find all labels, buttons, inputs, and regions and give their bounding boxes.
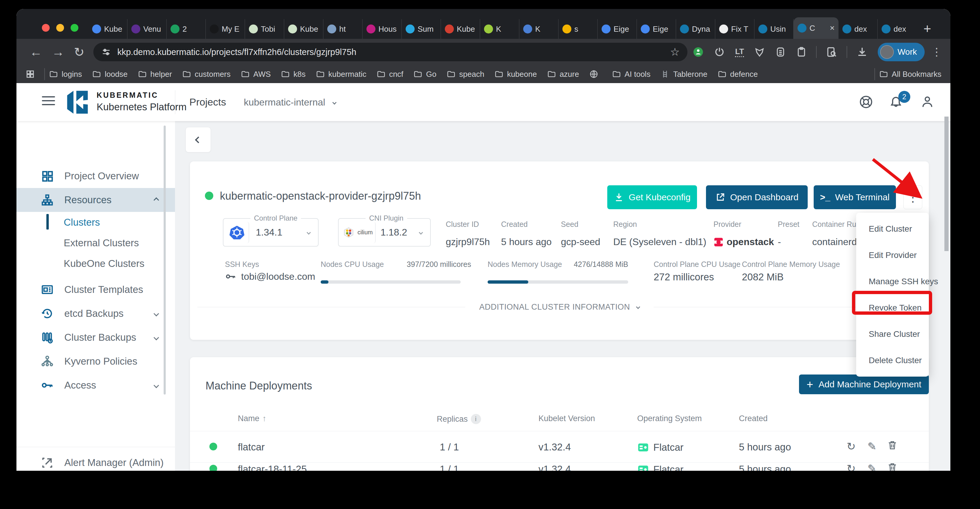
maximize-window-button[interactable] — [71, 24, 78, 32]
all-bookmarks-button[interactable]: All Bookmarks — [879, 70, 942, 79]
close-window-button[interactable] — [42, 24, 50, 32]
back-icon[interactable]: ← — [30, 45, 42, 59]
browser-tab[interactable]: Sum — [402, 19, 441, 39]
browser-tab[interactable]: Kube — [441, 19, 480, 39]
browser-tab[interactable]: Eige — [637, 19, 676, 39]
bookmark-folder[interactable]: customers — [182, 70, 231, 79]
help-icon[interactable] — [859, 94, 873, 109]
bookmark-globe[interactable] — [589, 70, 602, 79]
browser-tab[interactable]: Fix T — [715, 19, 754, 39]
column-header-os[interactable]: Operating System — [637, 414, 702, 423]
column-header-replicas[interactable]: Replicas i — [437, 414, 481, 424]
browser-tab[interactable]: dex — [878, 19, 917, 39]
address-bar[interactable]: kkp.demo.kubermatic.io/projects/fl7xffn2… — [93, 43, 687, 61]
column-header-kubelet[interactable]: Kubelet Version — [538, 414, 595, 423]
bookmark-folder[interactable]: speach — [447, 70, 484, 79]
sidebar-item-kyverno-policies[interactable]: Kyverno Policies — [16, 350, 175, 373]
column-header-name[interactable]: Name ↑ — [238, 414, 267, 423]
browser-tab[interactable]: Kube — [88, 19, 127, 39]
edit-icon[interactable]: ✎ — [867, 462, 877, 471]
sidebar-item-alert-manager[interactable]: Alert Manager (Admin) — [16, 451, 175, 471]
sidebar-item-access[interactable]: Access — [16, 374, 175, 397]
restart-icon[interactable]: ↻ — [846, 462, 856, 471]
bookmark-folder[interactable]: loodse — [92, 70, 128, 79]
browser-tab[interactable]: Hous — [363, 19, 402, 39]
browser-tab-active[interactable]: C× — [794, 17, 838, 39]
profile-button[interactable]: Work — [878, 43, 925, 61]
sidebar-item-etcd-backups[interactable]: etcd Backups — [16, 302, 175, 325]
browser-tab[interactable]: ht — [323, 19, 363, 39]
page-scrollbar[interactable] — [944, 117, 948, 251]
bookmark-folder[interactable]: kubeone — [495, 70, 537, 79]
control-plane-select[interactable]: Control Plane 1.34.1 — [223, 218, 318, 247]
sidebar-scrollbar[interactable] — [164, 125, 166, 395]
back-button[interactable] — [186, 127, 211, 152]
menu-item-edit-provider[interactable]: Edit Provider — [856, 242, 929, 268]
sidebar-item-cluster-backups[interactable]: Cluster Backups — [16, 326, 175, 349]
browser-tab[interactable]: My E — [206, 19, 245, 39]
bookmark-star-icon[interactable]: ☆ — [670, 46, 680, 58]
user-icon[interactable] — [920, 94, 935, 109]
reload-icon[interactable]: ↻ — [74, 45, 84, 59]
sidebar-item-project-overview[interactable]: Project Overview — [16, 164, 175, 188]
bookmark-folder[interactable]: k8s — [281, 70, 305, 79]
sidebar-item-cluster-templates[interactable]: Cluster Templates — [16, 278, 175, 301]
sidebar-item-kubeone-clusters[interactable]: KubeOne Clusters — [64, 258, 145, 269]
browser-tab[interactable]: K — [519, 19, 558, 39]
language-tool-extension-icon[interactable]: LT — [735, 47, 744, 57]
bookmark-folder[interactable]: azure — [547, 70, 579, 79]
apps-grid-icon[interactable] — [25, 69, 35, 79]
browser-tab[interactable]: Tobi — [245, 19, 284, 39]
browser-tab[interactable]: Usin — [754, 19, 794, 39]
browser-tab[interactable]: Dyna — [676, 19, 715, 39]
edit-icon[interactable]: ✎ — [867, 440, 877, 453]
sidebar-item-external-clusters[interactable]: External Clusters — [64, 237, 139, 249]
cni-plugin-select[interactable]: CNI Plugin cilium 1.18.2 — [338, 218, 431, 247]
delete-icon[interactable] — [887, 440, 898, 450]
browser-tab[interactable]: K — [480, 19, 519, 39]
forward-icon[interactable]: → — [52, 45, 64, 59]
open-dashboard-button[interactable]: Open Dashboard — [706, 185, 808, 209]
bookmark-folder[interactable]: AI tools — [612, 70, 651, 79]
browser-tab[interactable]: Kube — [284, 19, 323, 39]
menu-item-share-cluster[interactable]: Share Cluster — [856, 321, 929, 347]
tab-close-icon[interactable]: × — [830, 23, 835, 33]
add-machine-deployment-button[interactable]: + Add Machine Deployment — [799, 374, 929, 394]
browser-tab[interactable]: s — [558, 19, 598, 39]
browser-tab[interactable]: 2 — [167, 19, 206, 39]
minimize-window-button[interactable] — [56, 24, 64, 32]
bookmark-folder[interactable]: Go — [414, 70, 436, 79]
bookmark-site[interactable]: Tablerone — [660, 70, 707, 79]
additional-cluster-info-toggle[interactable]: ADDITIONAL CLUSTER INFORMATION — [470, 303, 649, 312]
ssh-key-entry[interactable]: tobi@loodse.com — [225, 271, 315, 282]
extension-icon-green[interactable] — [692, 46, 704, 58]
hamburger-menu-icon[interactable] — [42, 96, 55, 108]
find-in-page-icon[interactable] — [826, 46, 837, 58]
browser-tab[interactable]: Venu — [127, 19, 167, 39]
menu-item-delete-cluster[interactable]: Delete Cluster — [856, 347, 929, 374]
browser-tab[interactable]: dex — [838, 19, 878, 39]
delete-icon[interactable] — [887, 462, 898, 471]
downloads-icon[interactable] — [856, 46, 868, 58]
bookmark-folder[interactable]: defence — [718, 70, 758, 79]
url-text[interactable]: kkp.demo.kubermatic.io/projects/fl7xffn2… — [117, 47, 670, 57]
clipboard-extension-icon[interactable] — [796, 47, 807, 57]
get-kubeconfig-button[interactable]: Get Kubeconfig — [607, 185, 697, 209]
project-selector[interactable]: kubermatic-internal — [244, 97, 336, 108]
new-tab-button[interactable]: + — [923, 22, 931, 35]
reading-list-extension-icon[interactable] — [775, 47, 786, 57]
bookmark-folder[interactable]: AWS — [241, 70, 271, 79]
fox-extension-icon[interactable] — [754, 47, 765, 57]
chrome-menu-icon[interactable]: ⋮ — [931, 46, 942, 58]
menu-item-edit-cluster[interactable]: Edit Cluster — [856, 216, 929, 242]
power-extension-icon[interactable] — [714, 47, 725, 57]
bookmark-folder[interactable]: cncf — [377, 70, 404, 79]
bookmark-folder[interactable]: kubermatic — [316, 70, 366, 79]
sidebar-item-resources[interactable]: Resources — [16, 188, 175, 212]
bookmark-folder[interactable]: helper — [138, 70, 172, 79]
breadcrumb-projects[interactable]: Projects — [189, 96, 226, 108]
column-header-created[interactable]: Created — [739, 414, 768, 423]
bookmark-folder[interactable]: logins — [49, 70, 82, 79]
restart-icon[interactable]: ↻ — [846, 440, 856, 453]
tune-icon[interactable] — [101, 47, 111, 57]
